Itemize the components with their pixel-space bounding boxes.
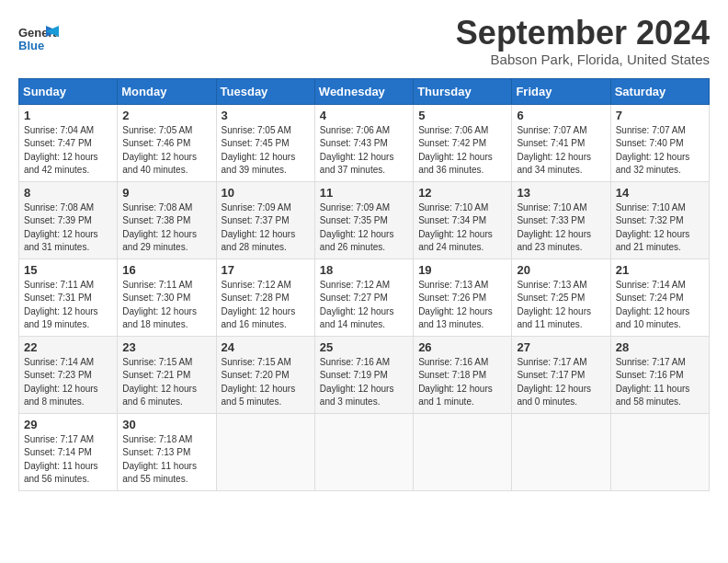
calendar-cell: 3Sunrise: 7:05 AMSunset: 7:45 PMDaylight…	[216, 104, 314, 181]
day-number: 28	[616, 340, 704, 354]
calendar-cell: 9Sunrise: 7:08 AMSunset: 7:38 PMDaylight…	[118, 181, 216, 259]
calendar-cell: 27Sunrise: 7:17 AMSunset: 7:17 PMDayligh…	[512, 336, 610, 413]
day-number: 26	[418, 340, 506, 354]
day-number: 21	[616, 263, 704, 277]
calendar-cell	[314, 413, 413, 490]
col-header-saturday: Saturday	[610, 78, 709, 104]
day-info: Sunrise: 7:16 AMSunset: 7:18 PMDaylight:…	[418, 356, 506, 409]
calendar-cell: 18Sunrise: 7:12 AMSunset: 7:27 PMDayligh…	[314, 259, 413, 336]
day-number: 20	[517, 263, 605, 277]
calendar-cell: 10Sunrise: 7:09 AMSunset: 7:37 PMDayligh…	[216, 181, 314, 259]
calendar-cell: 15Sunrise: 7:11 AMSunset: 7:31 PMDayligh…	[19, 259, 118, 336]
calendar-cell	[216, 413, 314, 490]
week-row-3: 15Sunrise: 7:11 AMSunset: 7:31 PMDayligh…	[19, 259, 710, 336]
col-header-friday: Friday	[512, 78, 610, 104]
calendar-cell: 24Sunrise: 7:15 AMSunset: 7:20 PMDayligh…	[216, 336, 314, 413]
day-number: 30	[122, 418, 210, 431]
col-header-monday: Monday	[118, 78, 216, 104]
day-number: 13	[517, 186, 605, 200]
svg-text:Blue: Blue	[18, 39, 44, 52]
calendar-cell	[414, 413, 512, 490]
header-row: SundayMondayTuesdayWednesdayThursdayFrid…	[19, 78, 710, 104]
day-number: 6	[517, 109, 605, 122]
col-header-thursday: Thursday	[414, 78, 512, 104]
day-info: Sunrise: 7:06 AMSunset: 7:43 PMDaylight:…	[320, 124, 408, 178]
day-number: 4	[320, 109, 408, 122]
day-number: 2	[122, 109, 210, 122]
calendar-cell: 4Sunrise: 7:06 AMSunset: 7:43 PMDaylight…	[314, 104, 413, 181]
day-number: 27	[517, 340, 605, 354]
col-header-tuesday: Tuesday	[216, 78, 314, 104]
calendar-cell: 20Sunrise: 7:13 AMSunset: 7:25 PMDayligh…	[512, 259, 610, 336]
logo: General Blue	[18, 15, 59, 59]
day-info: Sunrise: 7:04 AMSunset: 7:47 PMDaylight:…	[24, 124, 112, 178]
day-number: 11	[320, 186, 408, 200]
day-number: 5	[418, 109, 506, 122]
day-number: 16	[122, 263, 210, 277]
day-number: 9	[122, 186, 210, 200]
day-info: Sunrise: 7:08 AMSunset: 7:38 PMDaylight:…	[122, 201, 210, 255]
day-info: Sunrise: 7:11 AMSunset: 7:30 PMDaylight:…	[122, 279, 210, 332]
day-number: 23	[122, 340, 210, 354]
day-info: Sunrise: 7:15 AMSunset: 7:21 PMDaylight:…	[122, 356, 210, 409]
day-number: 10	[222, 186, 310, 200]
day-info: Sunrise: 7:14 AMSunset: 7:24 PMDaylight:…	[616, 279, 704, 332]
calendar-cell: 8Sunrise: 7:08 AMSunset: 7:39 PMDaylight…	[19, 181, 118, 259]
day-info: Sunrise: 7:12 AMSunset: 7:28 PMDaylight:…	[222, 279, 310, 332]
day-info: Sunrise: 7:16 AMSunset: 7:19 PMDaylight:…	[320, 356, 408, 409]
day-info: Sunrise: 7:05 AMSunset: 7:45 PMDaylight:…	[222, 124, 310, 178]
week-row-2: 8Sunrise: 7:08 AMSunset: 7:39 PMDaylight…	[19, 181, 710, 259]
logo-icon: General Blue	[18, 18, 59, 59]
day-info: Sunrise: 7:05 AMSunset: 7:46 PMDaylight:…	[122, 124, 210, 178]
day-number: 8	[24, 186, 112, 200]
day-number: 25	[320, 340, 408, 354]
day-number: 7	[616, 109, 704, 122]
calendar-cell: 28Sunrise: 7:17 AMSunset: 7:16 PMDayligh…	[610, 336, 709, 413]
calendar-cell: 14Sunrise: 7:10 AMSunset: 7:32 PMDayligh…	[610, 181, 709, 259]
day-info: Sunrise: 7:10 AMSunset: 7:34 PMDaylight:…	[418, 201, 506, 255]
month-title: September 2024	[456, 15, 710, 52]
day-number: 15	[24, 263, 112, 277]
day-info: Sunrise: 7:11 AMSunset: 7:31 PMDaylight:…	[24, 279, 112, 332]
calendar-cell: 13Sunrise: 7:10 AMSunset: 7:33 PMDayligh…	[512, 181, 610, 259]
day-info: Sunrise: 7:13 AMSunset: 7:25 PMDaylight:…	[517, 279, 605, 332]
calendar-cell: 30Sunrise: 7:18 AMSunset: 7:13 PMDayligh…	[118, 413, 216, 490]
day-number: 3	[222, 109, 310, 122]
week-row-1: 1Sunrise: 7:04 AMSunset: 7:47 PMDaylight…	[19, 104, 710, 181]
day-info: Sunrise: 7:18 AMSunset: 7:13 PMDaylight:…	[122, 433, 210, 487]
calendar-cell	[610, 413, 709, 490]
day-info: Sunrise: 7:15 AMSunset: 7:20 PMDaylight:…	[222, 356, 310, 409]
calendar-cell: 12Sunrise: 7:10 AMSunset: 7:34 PMDayligh…	[414, 181, 512, 259]
day-info: Sunrise: 7:14 AMSunset: 7:23 PMDaylight:…	[24, 356, 112, 409]
calendar-cell: 22Sunrise: 7:14 AMSunset: 7:23 PMDayligh…	[19, 336, 118, 413]
calendar-cell: 2Sunrise: 7:05 AMSunset: 7:46 PMDaylight…	[118, 104, 216, 181]
day-info: Sunrise: 7:10 AMSunset: 7:33 PMDaylight:…	[517, 201, 605, 255]
day-number: 18	[320, 263, 408, 277]
day-number: 29	[24, 418, 112, 431]
day-number: 14	[616, 186, 704, 200]
day-info: Sunrise: 7:09 AMSunset: 7:35 PMDaylight:…	[320, 201, 408, 255]
calendar-cell: 26Sunrise: 7:16 AMSunset: 7:18 PMDayligh…	[414, 336, 512, 413]
day-number: 1	[24, 109, 112, 122]
calendar-cell	[512, 413, 610, 490]
calendar-cell: 25Sunrise: 7:16 AMSunset: 7:19 PMDayligh…	[314, 336, 413, 413]
header: General Blue September 2024 Babson Park,…	[18, 15, 710, 67]
calendar-cell: 17Sunrise: 7:12 AMSunset: 7:28 PMDayligh…	[216, 259, 314, 336]
calendar-cell: 29Sunrise: 7:17 AMSunset: 7:14 PMDayligh…	[19, 413, 118, 490]
day-info: Sunrise: 7:12 AMSunset: 7:27 PMDaylight:…	[320, 279, 408, 332]
day-number: 22	[24, 340, 112, 354]
calendar-cell: 23Sunrise: 7:15 AMSunset: 7:21 PMDayligh…	[118, 336, 216, 413]
calendar-cell: 7Sunrise: 7:07 AMSunset: 7:40 PMDaylight…	[610, 104, 709, 181]
day-info: Sunrise: 7:07 AMSunset: 7:41 PMDaylight:…	[517, 124, 605, 178]
day-info: Sunrise: 7:10 AMSunset: 7:32 PMDaylight:…	[616, 201, 704, 255]
day-info: Sunrise: 7:06 AMSunset: 7:42 PMDaylight:…	[418, 124, 506, 178]
calendar-cell: 5Sunrise: 7:06 AMSunset: 7:42 PMDaylight…	[414, 104, 512, 181]
calendar-table: SundayMondayTuesdayWednesdayThursdayFrid…	[18, 78, 710, 491]
day-number: 12	[418, 186, 506, 200]
day-info: Sunrise: 7:13 AMSunset: 7:26 PMDaylight:…	[418, 279, 506, 332]
calendar-cell: 16Sunrise: 7:11 AMSunset: 7:30 PMDayligh…	[118, 259, 216, 336]
calendar-cell: 21Sunrise: 7:14 AMSunset: 7:24 PMDayligh…	[610, 259, 709, 336]
calendar-cell: 19Sunrise: 7:13 AMSunset: 7:26 PMDayligh…	[414, 259, 512, 336]
day-info: Sunrise: 7:17 AMSunset: 7:16 PMDaylight:…	[616, 356, 704, 409]
day-info: Sunrise: 7:17 AMSunset: 7:14 PMDaylight:…	[24, 433, 112, 487]
